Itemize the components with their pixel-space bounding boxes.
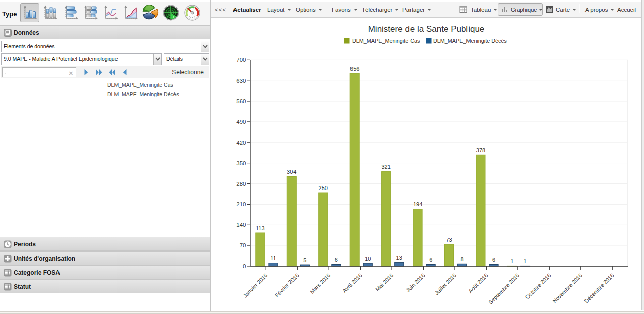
svg-text:11: 11 — [270, 255, 276, 261]
svg-text:140: 140 — [236, 222, 246, 228]
svg-text:DLM_MAPE_Meningite Décès: DLM_MAPE_Meningite Décès — [433, 38, 507, 44]
svg-text:Septembre 2016: Septembre 2016 — [487, 272, 520, 305]
svg-text:Mars 2016: Mars 2016 — [309, 272, 331, 295]
svg-text:1: 1 — [510, 258, 513, 264]
svg-text:700: 700 — [236, 57, 246, 63]
svg-text:Août 2016: Août 2016 — [467, 272, 489, 294]
svg-text:656: 656 — [350, 66, 359, 72]
svg-text:6: 6 — [429, 257, 432, 263]
svg-text:194: 194 — [413, 201, 422, 207]
svg-text:10: 10 — [365, 256, 371, 262]
svg-text:8: 8 — [461, 256, 464, 262]
svg-text:DLM_MAPE_Meningite Cas: DLM_MAPE_Meningite Cas — [352, 38, 420, 44]
svg-text:Février 2016: Février 2016 — [274, 272, 300, 298]
svg-text:Avril 2016: Avril 2016 — [341, 272, 363, 294]
svg-text:350: 350 — [236, 160, 246, 166]
svg-text:250: 250 — [319, 185, 328, 191]
svg-text:5: 5 — [303, 257, 306, 263]
svg-text:321: 321 — [381, 164, 390, 170]
svg-text:378: 378 — [476, 147, 485, 153]
svg-text:6: 6 — [492, 257, 495, 263]
svg-text:Octobre 2016: Octobre 2016 — [524, 272, 552, 300]
svg-text:420: 420 — [236, 140, 246, 146]
svg-text:Janvier 2016: Janvier 2016 — [242, 272, 269, 299]
svg-text:70: 70 — [240, 242, 246, 248]
svg-text:Juillet 2016: Juillet 2016 — [434, 272, 458, 296]
svg-text:113: 113 — [256, 225, 265, 231]
svg-text:Ministere de la Sante Publique: Ministere de la Sante Publique — [368, 24, 485, 34]
svg-text:Décembre 2016: Décembre 2016 — [583, 272, 615, 304]
svg-text:304: 304 — [287, 169, 296, 175]
svg-text:1: 1 — [524, 258, 527, 264]
svg-text:Novembre 2016: Novembre 2016 — [551, 272, 583, 304]
svg-text:Juin 2016: Juin 2016 — [405, 272, 426, 293]
svg-text:210: 210 — [236, 201, 246, 207]
svg-text:280: 280 — [236, 181, 246, 187]
svg-text:73: 73 — [446, 237, 452, 243]
svg-text:490: 490 — [236, 119, 246, 125]
svg-text:13: 13 — [396, 255, 402, 261]
svg-text:Mai 2016: Mai 2016 — [374, 272, 394, 292]
svg-text:0: 0 — [243, 263, 246, 269]
svg-text:630: 630 — [236, 78, 246, 84]
svg-text:6: 6 — [335, 257, 338, 263]
svg-text:560: 560 — [236, 98, 246, 104]
